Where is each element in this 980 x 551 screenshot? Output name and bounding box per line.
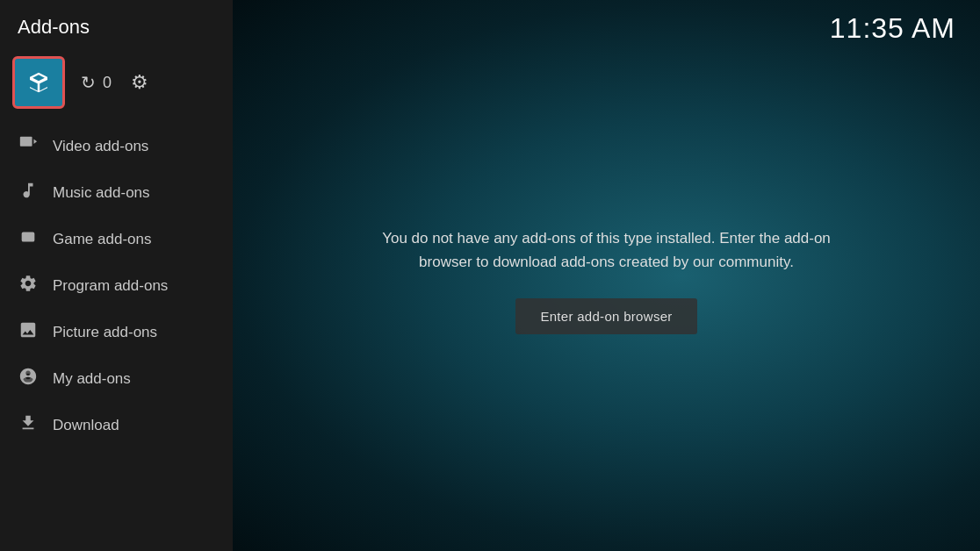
page-title: Add-ons <box>0 0 233 47</box>
sidebar-item-label: Music add-ons <box>53 184 150 202</box>
sidebar-item-label: Game add-ons <box>53 231 151 248</box>
sidebar-item-label: Download <box>53 417 119 434</box>
game-icon <box>18 227 39 251</box>
enter-addon-browser-button[interactable]: Enter add-on browser <box>515 298 696 334</box>
sidebar-item-label: Picture add-ons <box>53 324 157 341</box>
sidebar-item-video-add-ons[interactable]: Video add-ons <box>0 123 233 169</box>
download-icon <box>18 413 39 437</box>
main-center-area: You do not have any add-ons of this type… <box>233 45 980 551</box>
main-content: 11:35 AM You do not have any add-ons of … <box>233 0 980 551</box>
refresh-count: 0 <box>103 74 112 92</box>
program-icon <box>18 274 39 297</box>
sidebar-top-bar: ↻ 0 ⚙ <box>0 47 233 123</box>
sidebar-item-download[interactable]: Download <box>0 402 233 448</box>
sidebar: Add-ons ↻ 0 ⚙ Video add-ons Music add- <box>0 0 233 551</box>
sidebar-item-label: My add-ons <box>53 370 131 388</box>
sidebar-item-label: Video add-ons <box>53 138 148 155</box>
music-icon <box>18 181 39 204</box>
sidebar-item-game-add-ons[interactable]: Game add-ons <box>0 216 233 262</box>
svg-marker-1 <box>33 140 37 145</box>
sidebar-item-picture-add-ons[interactable]: Picture add-ons <box>0 309 233 355</box>
svg-rect-0 <box>20 137 32 147</box>
picture-icon <box>18 320 39 344</box>
sidebar-nav: Video add-ons Music add-ons Game add-ons… <box>0 123 233 551</box>
settings-button[interactable]: ⚙ <box>131 71 148 94</box>
my-addons-icon <box>18 367 39 390</box>
time-display: 11:35 AM <box>830 0 980 45</box>
addon-box-icon <box>25 69 52 96</box>
sidebar-item-label: Program add-ons <box>53 277 168 295</box>
video-icon <box>18 134 39 158</box>
sidebar-item-music-add-ons[interactable]: Music add-ons <box>0 169 233 216</box>
sidebar-item-program-add-ons[interactable]: Program add-ons <box>0 262 233 309</box>
addon-box-button[interactable] <box>12 56 65 109</box>
sidebar-item-my-add-ons[interactable]: My add-ons <box>0 355 233 402</box>
refresh-button[interactable]: ↻ 0 <box>81 72 112 93</box>
info-message: You do not have any add-ons of this type… <box>378 226 835 274</box>
refresh-icon: ↻ <box>81 72 96 93</box>
